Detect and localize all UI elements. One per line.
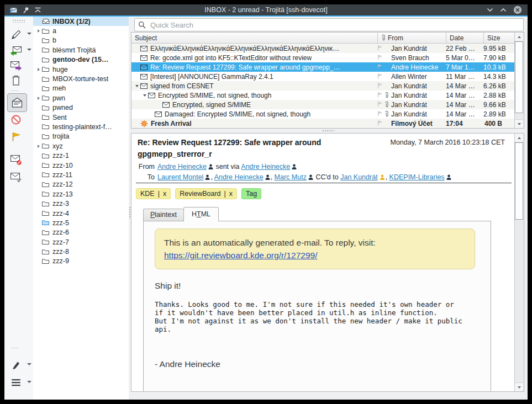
add-tag-button[interactable]: Tag: [241, 188, 261, 199]
reply-button[interactable]: [8, 44, 24, 58]
mark-read-button[interactable]: [8, 170, 24, 184]
folder-zzz-4[interactable]: zzz-4: [33, 209, 129, 218]
folder-zzz-9[interactable]: zzz-9: [33, 257, 129, 266]
folder-zzz-7[interactable]: zzz-7: [33, 237, 129, 247]
expander-icon[interactable]: [35, 97, 42, 100]
scrollbar-thumb[interactable]: [515, 142, 523, 220]
folder-blesmrt[interactable]: blésmrt Trojitá: [33, 45, 129, 55]
folder-zzz-11[interactable]: zzz-11: [33, 170, 129, 179]
tag-marker-button[interactable]: [8, 358, 24, 372]
folder-gentoo-dev[interactable]: gentoo-dev (15…: [33, 55, 129, 65]
tag-chips: KDE|x ReviewBoard|x Tag: [136, 188, 261, 199]
message-view-scrollbar[interactable]: [514, 134, 524, 391]
scroll-up-button[interactable]: [515, 134, 523, 142]
folder-zzz-13[interactable]: zzz-13: [33, 189, 129, 199]
envelope-icon: [155, 111, 162, 117]
tab-html[interactable]: HTML: [183, 207, 219, 221]
cc-link[interactable]: KDEPIM-Libraries: [389, 173, 445, 181]
to-link[interactable]: Marc Mutz: [275, 173, 307, 181]
folder-zzz-5[interactable]: zzz-5: [33, 218, 129, 227]
shade-icon[interactable]: [34, 7, 41, 13]
folder-zzz-1[interactable]: zzz-1: [33, 151, 129, 160]
message-row[interactable]: signed from CESNET Jan Kundrát 14 Mar … …: [131, 81, 514, 91]
column-header-from[interactable]: From: [377, 33, 446, 43]
folder-zzz-12[interactable]: zzz-12: [33, 180, 129, 189]
folder-zzz-3[interactable]: zzz-3: [33, 199, 129, 208]
folder-trojita[interactable]: trojita: [33, 132, 129, 141]
reviewboard-link[interactable]: https://git.reviewboard.kde.org/r/127299…: [164, 251, 317, 260]
folder-pwned[interactable]: pwned: [33, 103, 129, 113]
message-row-selected[interactable]: Re: Review Request 127299: Safe wrapper …: [131, 62, 514, 72]
message-row[interactable]: Damaged: Encrypted S/MIME, not signed, t…: [131, 109, 514, 119]
thread-collapse-icon[interactable]: [134, 85, 140, 87]
mark-junk-button[interactable]: [8, 152, 24, 167]
sent-via-link[interactable]: Andre Heinecke: [241, 163, 290, 171]
from-link[interactable]: Andre Heinecke: [157, 163, 207, 171]
expander-icon[interactable]: [35, 68, 42, 71]
scrollbar-thumb[interactable]: [515, 41, 523, 113]
column-header-date[interactable]: Date: [446, 33, 483, 43]
compose-dropdown-arrow[interactable]: [27, 33, 31, 35]
folder-b[interactable]: b: [33, 36, 129, 45]
message-row[interactable]: ΕλληνικάΕλληνικάΕλληνικάΕλληνικάΕλληνικά…: [131, 44, 514, 53]
folder-zzz-10[interactable]: zzz-10: [33, 161, 129, 170]
forward-button[interactable]: [8, 59, 24, 73]
compose-button[interactable]: [8, 28, 24, 42]
tab-plaintext[interactable]: Plaintext: [143, 209, 183, 221]
remove-tag-button[interactable]: x: [163, 190, 166, 198]
folder-icon: [42, 182, 50, 188]
folder-sent[interactable]: Sent: [33, 113, 129, 122]
message-row[interactable]: [Interest] [ANNOUNCE] GammaRay 2.4.1 All…: [131, 72, 514, 81]
maximize-button[interactable]: [500, 8, 507, 12]
header-divider: [136, 183, 512, 183]
folder-zzz-6[interactable]: zzz-6: [33, 228, 129, 237]
scroll-down-button[interactable]: [515, 119, 523, 128]
scroll-up-button[interactable]: [515, 33, 523, 41]
cc-link[interactable]: Jan Kundrát: [340, 173, 377, 181]
search-input[interactable]: [149, 20, 520, 30]
folder-icon: [42, 258, 50, 264]
block-button[interactable]: [8, 113, 24, 127]
folder-a[interactable]: a: [33, 26, 129, 35]
folder-huge[interactable]: huge: [33, 65, 129, 74]
envelope-icon: [140, 74, 148, 79]
folder-zzz-8[interactable]: zzz-8: [33, 247, 129, 256]
folder-pwn[interactable]: pwn: [33, 93, 129, 103]
reply-dropdown-arrow[interactable]: [27, 49, 31, 51]
window-title: INBOX - 2 unread - Trojitá [ssh-dovecot]: [4, 6, 528, 14]
folder-icon: [42, 249, 50, 255]
folder-mbox-torture-test[interactable]: MBOX-torture-test: [33, 74, 129, 83]
minimize-button[interactable]: [487, 8, 493, 12]
menu-dropdown-arrow[interactable]: [27, 381, 31, 383]
folder-icon: [42, 172, 50, 178]
pin-icon[interactable]: [23, 7, 29, 14]
folder-testing-plaintext[interactable]: testing-plaintext-f…: [33, 122, 129, 131]
expander-icon[interactable]: [35, 29, 42, 33]
folder-meh[interactable]: meh: [33, 84, 129, 93]
remove-tag-button[interactable]: x: [229, 190, 233, 198]
message-row[interactable]: Encrypted, signed S/MIME Jan Kundrát 14 …: [131, 100, 514, 109]
delete-button[interactable]: [8, 73, 24, 88]
show-messages-button[interactable]: [7, 93, 27, 112]
to-link[interactable]: Laurent Montel: [157, 173, 203, 181]
menu-button[interactable]: [8, 375, 24, 390]
column-header-size[interactable]: Size: [483, 33, 514, 43]
column-header-subject[interactable]: Subject: [131, 33, 377, 43]
close-button[interactable]: [513, 6, 522, 14]
folder-xyz[interactable]: xyz: [33, 141, 129, 151]
toolbar-drag-handle[interactable]: [12, 19, 25, 23]
app-icon[interactable]: [9, 6, 18, 14]
thread-collapse-icon[interactable]: [141, 94, 148, 97]
tag-dropdown-arrow[interactable]: [27, 363, 31, 365]
flag-button[interactable]: [8, 130, 24, 144]
message-row[interactable]: Re: gcode.xml got into KF5::KTextEditor …: [131, 53, 514, 62]
message-list-scrollbar[interactable]: [514, 33, 524, 128]
folder-inbox[interactable]: INBOX (1/2): [33, 17, 129, 26]
horizontal-splitter[interactable]: [131, 129, 524, 133]
scroll-down-button[interactable]: [515, 382, 523, 391]
message-row-unread[interactable]: Fresh Arrival Filmový Účet 17:04 400 B: [131, 119, 514, 128]
folder-icon: [42, 95, 50, 101]
to-link[interactable]: Andre Heinecke: [214, 173, 264, 181]
message-row[interactable]: Encrypted S/MIME, not signed, though Jan…: [131, 91, 514, 100]
expander-icon[interactable]: [35, 145, 42, 148]
